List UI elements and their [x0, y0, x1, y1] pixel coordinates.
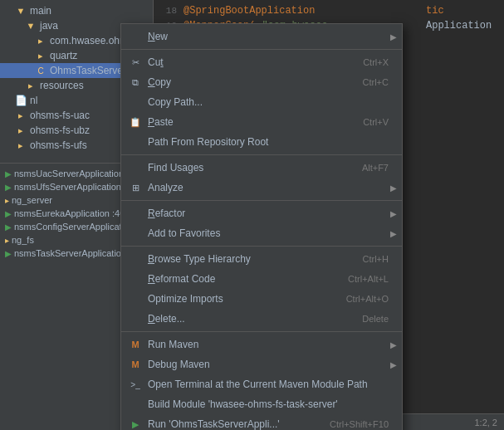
menu-label-new: New [148, 31, 389, 42]
folder-icon: ▸ [35, 50, 46, 61]
menu-item-refactor[interactable]: Refactor ▶ [121, 203, 402, 223]
submenu-arrow: ▶ [390, 360, 397, 369]
menu-label-analyze: Analyze [148, 182, 389, 193]
submenu-arrow: ▶ [390, 229, 397, 238]
optimize-icon [128, 291, 143, 306]
menu-separator-5 [121, 331, 402, 332]
submenu-arrow: ▶ [390, 209, 397, 218]
refactor-icon [128, 206, 143, 221]
shortcut-reformat: Ctrl+Alt+L [348, 274, 389, 284]
menu-label-run-app: Run 'OhmsTaskServerAppli...' [148, 418, 316, 430]
shortcut-copy: Ctrl+C [363, 77, 389, 87]
menu-label-cut: Cut [148, 56, 350, 68]
run-app-icon: ▶ [128, 417, 143, 430]
folder-icon: ▼ [15, 5, 27, 17]
submenu-arrow: ▶ [390, 183, 397, 193]
menu-item-open-terminal[interactable]: >_ Open Terminal at the Current Maven Mo… [121, 374, 402, 394]
menu-label-build-module: Build Module 'hwasee-ohms-fs-task-server… [148, 398, 389, 410]
menu-label-add-favorites: Add to Favorites [148, 227, 389, 239]
submenu-arrow: ▶ [390, 340, 397, 349]
code-partial-line1: tic [426, 3, 499, 18]
menu-item-run-app[interactable]: ▶ Run 'OhmsTaskServerAppli...' Ctrl+Shif… [121, 414, 402, 430]
menu-separator-4 [121, 246, 402, 247]
terminal-icon: >_ [128, 377, 143, 392]
run-icon: ▶ [5, 249, 12, 258]
folder-icon: ▸ [15, 110, 27, 121]
menu-item-optimize-imports[interactable]: Optimize Imports Ctrl+Alt+O [121, 289, 402, 309]
menu-item-find-usages[interactable]: Find Usages Alt+F7 [121, 158, 402, 178]
code-partial-line2: Application [426, 18, 499, 33]
menu-label-path-from-repo: Path From Repository Root [148, 136, 389, 148]
menu-item-copy-path[interactable]: Copy Path... [121, 92, 402, 112]
analyze-icon: ⊞ [128, 180, 143, 195]
top-right-code: tic Application [421, 0, 504, 37]
folder-icon: ▸ [15, 125, 27, 136]
menu-item-path-from-repo[interactable]: Path From Repository Root [121, 132, 402, 152]
copy-path-icon [128, 95, 143, 110]
reformat-icon [128, 271, 143, 286]
menu-item-add-favorites[interactable]: Add to Favorites ▶ [121, 223, 402, 243]
menu-label-paste: Paste [148, 116, 350, 128]
tree-item-main[interactable]: ▼ main [0, 3, 153, 18]
submenu-arrow: ▶ [390, 32, 397, 42]
code-annotation: @SpringBootApplication [183, 3, 315, 18]
context-menu: New ▶ ✂ Cut Ctrl+X ⧉ Copy Ctrl+C Copy Pa… [120, 23, 403, 430]
menu-separator-2 [121, 154, 402, 155]
menu-item-reformat[interactable]: Reformat Code Ctrl+Alt+L [121, 269, 402, 289]
cut-icon: ✂ [128, 55, 143, 70]
line-number: 18 [160, 4, 177, 18]
folder-icon: ▸ [15, 139, 27, 151]
menu-label-copy-path: Copy Path... [148, 96, 389, 108]
path-repo-icon [128, 134, 143, 149]
maven-run-icon: M [128, 337, 143, 352]
menu-item-paste[interactable]: 📋 Paste Ctrl+V [121, 112, 402, 132]
menu-item-debug-maven[interactable]: M Debug Maven ▶ [121, 354, 402, 374]
hierarchy-icon [128, 252, 143, 266]
menu-label-delete: Delete... [148, 313, 349, 325]
menu-label-find-usages: Find Usages [148, 162, 349, 173]
run-icon: ▶ [5, 183, 12, 192]
menu-item-analyze[interactable]: ⊞ Analyze ▶ [121, 178, 402, 198]
new-icon [128, 29, 143, 44]
menu-item-run-maven[interactable]: M Run Maven ▶ [121, 335, 402, 354]
folder-icon: ▸ [25, 80, 37, 91]
run-icon: ▶ [5, 222, 12, 232]
shortcut-delete: Delete [362, 314, 389, 324]
maven-debug-icon: M [128, 357, 143, 372]
folder-icon: ▸ [5, 196, 9, 205]
menu-separator-3 [121, 200, 402, 201]
menu-item-build-module[interactable]: Build Module 'hwasee-ohms-fs-task-server… [121, 394, 402, 414]
file-icon: 📄 [15, 95, 27, 106]
paste-icon: 📋 [128, 115, 143, 129]
run-icon: ▶ [5, 169, 12, 178]
menu-separator [121, 49, 402, 50]
shortcut-cut: Ctrl+X [363, 57, 389, 67]
menu-item-copy[interactable]: ⧉ Copy Ctrl+C [121, 72, 402, 92]
find-usages-icon [128, 160, 143, 175]
menu-label-reformat: Reformat Code [148, 273, 335, 285]
folder-icon: ▸ [35, 35, 46, 46]
shortcut-paste: Ctrl+V [363, 117, 389, 127]
shortcut-browse: Ctrl+H [363, 254, 389, 264]
build-icon [128, 397, 143, 412]
copy-icon: ⧉ [128, 75, 143, 90]
menu-label-open-terminal: Open Terminal at the Current Maven Modul… [148, 379, 389, 390]
shortcut-find-usages: Alt+F7 [362, 163, 389, 173]
shortcut-optimize: Ctrl+Alt+O [346, 294, 389, 304]
line-info: 1:2, 2 [474, 418, 497, 428]
menu-item-delete[interactable]: Delete... Delete [121, 309, 402, 329]
shortcut-run-app: Ctrl+Shift+F10 [330, 419, 389, 429]
menu-label-debug-maven: Debug Maven [148, 359, 389, 370]
delete-icon [128, 311, 143, 326]
menu-label-optimize-imports: Optimize Imports [148, 293, 333, 305]
menu-label-browse-hierarchy: Browse Type Hierarchy [148, 253, 350, 265]
folder-icon: ▸ [5, 236, 9, 245]
class-icon: C [35, 65, 46, 76]
menu-item-new[interactable]: New ▶ [121, 27, 402, 46]
run-icon: ▶ [5, 209, 12, 218]
menu-item-browse-hierarchy[interactable]: Browse Type Hierarchy Ctrl+H [121, 249, 402, 269]
menu-label-refactor: Refactor [148, 208, 389, 219]
favorites-icon [128, 226, 143, 241]
menu-item-cut[interactable]: ✂ Cut Ctrl+X [121, 52, 402, 72]
folder-icon: ▼ [25, 20, 37, 32]
